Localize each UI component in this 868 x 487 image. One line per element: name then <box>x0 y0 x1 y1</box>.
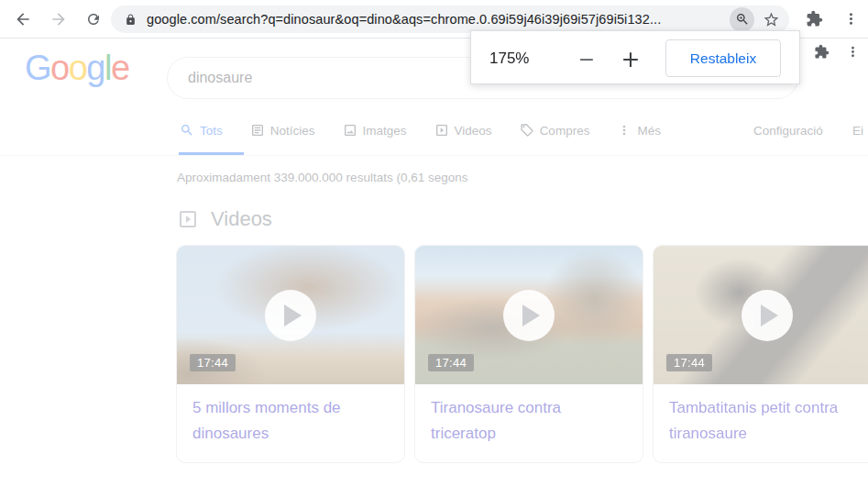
address-bar[interactable]: google.com/search?q=dinosaur&oq=dino&aqs… <box>111 6 789 33</box>
videos-section-title: Videos <box>211 207 272 231</box>
tab-label: Compres <box>540 124 590 138</box>
extensions-button[interactable] <box>806 10 823 28</box>
play-button[interactable] <box>742 290 793 341</box>
logo-letter: o <box>69 49 87 87</box>
video-thumbnail[interactable]: 17:44 <box>654 246 868 384</box>
google-results-page: Google Tots Notícies Imatges Videos Comp… <box>0 39 868 487</box>
three-dot-menu-icon <box>845 44 861 60</box>
video-title-link[interactable]: 5 millors moments de dinosaures <box>177 384 404 447</box>
videos-section-icon <box>177 208 199 230</box>
lock-icon <box>125 14 137 26</box>
zoom-popup: 175% − + Restableix <box>470 30 800 84</box>
logo-letter: l <box>104 49 111 87</box>
bookmark-star-button[interactable] <box>763 11 780 28</box>
zoom-out-button[interactable]: − <box>572 44 601 73</box>
tab-imatges[interactable]: Imatges <box>343 123 407 138</box>
play-triangle-icon <box>761 304 778 327</box>
logo-letter: o <box>50 49 69 87</box>
video-duration-badge: 17:44 <box>428 354 474 371</box>
video-play-icon <box>434 123 449 138</box>
video-card[interactable]: 17:44 Tambatitanis petit contra tiranosa… <box>653 245 868 463</box>
zoom-indicator-button[interactable] <box>730 7 754 32</box>
tab-label: Videos <box>455 124 492 138</box>
tab-videos[interactable]: Videos <box>434 123 492 138</box>
star-outline-icon <box>763 11 780 28</box>
play-triangle-icon <box>284 304 302 327</box>
logo-letter: g <box>86 49 104 87</box>
video-title-link[interactable]: Tiranosaure contra triceratop <box>415 384 643 447</box>
more-vertical-dots-icon <box>617 123 632 138</box>
video-duration-badge: 17:44 <box>666 354 712 371</box>
tabs-divider <box>0 155 868 156</box>
google-logo[interactable]: Google <box>25 49 129 88</box>
three-dot-menu-icon <box>842 10 860 28</box>
tab-label: Notícies <box>270 124 315 138</box>
video-cards: 17:44 5 millors moments de dinosaures 17… <box>176 245 868 463</box>
play-button[interactable] <box>265 290 316 341</box>
puzzle-piece-icon <box>806 10 823 28</box>
tab-compres[interactable]: Compres <box>520 123 590 138</box>
video-duration-badge: 17:44 <box>190 354 236 371</box>
forward-button[interactable] <box>49 9 69 29</box>
logo-letter: G <box>25 49 50 87</box>
zoom-reset-button[interactable]: Restableix <box>665 39 781 77</box>
result-stats: Aproximadament 339.000.000 resultats (0,… <box>177 171 467 184</box>
videos-section-header: Videos <box>177 207 272 231</box>
zoom-level-value: 175% <box>489 31 529 85</box>
tab-noticies[interactable]: Notícies <box>250 123 315 138</box>
zoom-in-magnifier-icon <box>735 12 750 27</box>
search-icon <box>180 123 194 138</box>
tab-mes[interactable]: Més <box>617 123 661 138</box>
tab-label: Imatges <box>363 124 407 138</box>
shopping-tag-icon <box>520 123 534 138</box>
puzzle-piece-icon <box>814 44 830 60</box>
menu-button-secondary[interactable] <box>845 44 861 60</box>
play-button[interactable] <box>503 290 555 341</box>
video-thumbnail[interactable]: 17:44 <box>177 246 404 384</box>
settings-link[interactable]: Configuració <box>753 124 823 138</box>
zoom-in-button[interactable]: + <box>616 44 645 73</box>
browser-menu-button[interactable] <box>842 10 860 28</box>
tab-label: Tots <box>200 124 223 138</box>
back-arrow-icon <box>14 10 32 28</box>
refresh-button[interactable] <box>83 9 104 29</box>
back-button[interactable] <box>13 9 33 29</box>
video-thumbnail[interactable]: 17:44 <box>415 246 643 384</box>
video-card[interactable]: 17:44 5 millors moments de dinosaures <box>176 245 405 463</box>
video-card[interactable]: 17:44 Tiranosaure contra triceratop <box>414 245 643 463</box>
video-title-link[interactable]: Tambatitanis petit contra tiranosaure <box>654 384 868 447</box>
url-text: google.com/search?q=dinosaur&oq=dino&aqs… <box>147 12 730 27</box>
play-triangle-icon <box>522 304 540 327</box>
forward-arrow-icon <box>49 10 68 28</box>
news-icon <box>250 123 265 138</box>
image-icon <box>343 123 357 138</box>
logo-letter: e <box>111 49 129 87</box>
result-tabs: Tots Notícies Imatges Videos Compres Més <box>180 123 661 138</box>
refresh-icon <box>85 11 102 28</box>
tab-tots[interactable]: Tots <box>180 123 223 138</box>
extensions-button-secondary[interactable] <box>814 44 830 60</box>
tab-label: Més <box>637 124 661 138</box>
tools-link[interactable]: Ei <box>852 124 863 138</box>
